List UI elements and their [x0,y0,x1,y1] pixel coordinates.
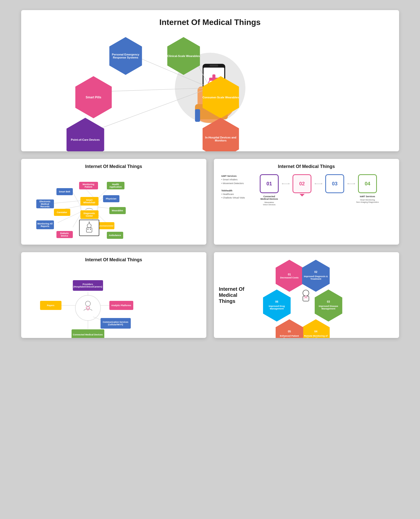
hex-smart-pills: Smart Pills [75,76,112,118]
svg-rect-33 [86,228,92,232]
box-caretaker: Caretaker [54,209,70,216]
box-providers: Providers (Hospitals/Clinics/Careers) [73,280,103,291]
box-wearables: Wearables [109,207,126,214]
box-analytic: Analytic Platforms [109,301,133,310]
svg-point-45 [303,290,309,296]
step-02-box: 02 [293,174,311,193]
slide-1-hexagon-area: Personal Emergency Response Systems Clin… [26,32,394,144]
arrow-3 [347,183,355,184]
slide-4: Internet Of Medical Things Providers [21,252,206,338]
center-robot-box [79,220,99,236]
left-info: IoMT Services • Smart Inhalers • Movemen… [221,174,252,206]
iomt-item-1: • Smart Inhalers [221,178,252,181]
step-03: 03 [322,174,347,193]
telehealth-item-2: • Chatbots Virtual Visits [221,196,252,199]
svg-rect-46 [303,296,309,301]
slide-3-title: Internet Of Medical Things [219,164,394,169]
step-01-label: ConnectedMedical Devices [261,195,278,200]
slides-grid: Internet Of Medical Things [21,159,399,338]
steps-row: 01 ConnectedMedical Devices WearablesVoi… [257,174,392,206]
telehealth-item-1: • Healthcare [221,192,252,196]
step-01-box: 01 [260,174,279,193]
slide-5-title: Internet OfMedical Things [219,286,252,304]
box-electronic: Electronic Medical Records [36,199,54,208]
hex-personal: Personal Emergency Response Systems [109,37,142,75]
box-smart-wheelchair: Smart Wheelchair [80,197,99,206]
telehealth-label: Telehealth [221,189,252,192]
slide-2: Internet Of Medical Things [21,159,206,245]
slide-3: Internet Of Medical Things IoMT Services… [214,159,399,245]
arrow-1 [282,183,289,184]
step-03-box: 03 [325,174,344,193]
slide-5: Internet OfMedical Things 01 Decreased C… [214,252,399,338]
box-smart-belt: Smart Belt [56,188,73,195]
step-01: 01 ConnectedMedical Devices WearablesVoi… [257,174,282,206]
box-diagnostic: Diagnostic Center [80,210,99,219]
box-physician: Physician [103,195,119,202]
svg-line-29 [98,207,109,208]
svg-rect-11 [210,65,218,67]
iomt-label: IoMT Services [221,174,252,178]
flow-diagram-4: Providers (Hospitals/Clinics/Careers) Pa… [26,266,201,332]
box-payers: Payers [40,301,61,310]
slide-1-title: Internet Of Medical Things [159,18,261,27]
hex-04: 04 Remote Monitoring of Chronic Diseases [302,319,330,338]
step-04: 04 IoMT Services Heart MonitoringNon-Ima… [355,174,380,203]
robot-icon [83,222,95,234]
box-connected: Connected Medical Devices [72,329,104,338]
box-health-app: Health Application [107,182,124,189]
hex-05: 05 Enhanced Patient Experience [276,319,303,338]
svg-point-39 [85,301,90,306]
step-02: 02 [289,174,315,193]
svg-line-22 [54,201,80,203]
hex-flower: 01 Decreased Costs 02 Improved Diagnosis… [252,257,399,328]
flow-diagram-2: Smart Belt Electronic Medical Records Ca… [26,173,201,241]
slide-3-content: IoMT Services • Smart Inhalers • Movemen… [219,173,394,207]
hex-06: 06 Improved Drug Management [263,290,291,322]
svg-point-37 [89,222,90,223]
arrow-2 [315,183,322,184]
svg-point-32 [87,224,91,228]
box-ambulance: Ambulance [107,232,123,239]
step-04-items: Heart MonitoringNon-Imaging Diagnostics [356,199,379,203]
hex-point-of-care: Point-of-Care Devices [67,118,104,151]
box-monitoring-all: Monitoring All Reports [36,220,54,229]
slide-4-title: Internet Of Medical Things [26,257,201,263]
svg-point-34 [87,229,88,230]
step-04-label: IoMT Services [360,195,375,198]
hex-03: 03 Improved Disease Management [315,290,342,322]
svg-line-21 [73,192,80,206]
step-01-items: WearablesVoice Devices [263,201,275,206]
svg-rect-5 [195,109,200,122]
box-diabetic: Diabetic Device [56,231,73,238]
slide-2-title: Internet Of Medical Things [26,164,201,169]
iomt-item-2: • Movement Detectors [221,182,252,185]
step-04-box: 04 [358,174,377,193]
svg-point-35 [90,229,91,230]
medical-icon [298,287,313,303]
box-communication: Communication Services (Cellular/Wi-Fi) [101,318,131,329]
box-monitoring-patient: Monitoring Patient [79,182,98,189]
svg-point-38 [75,295,101,321]
slide-5-left-title: Internet OfMedical Things [219,286,252,304]
slide-1: Internet Of Medical Things [21,10,399,151]
